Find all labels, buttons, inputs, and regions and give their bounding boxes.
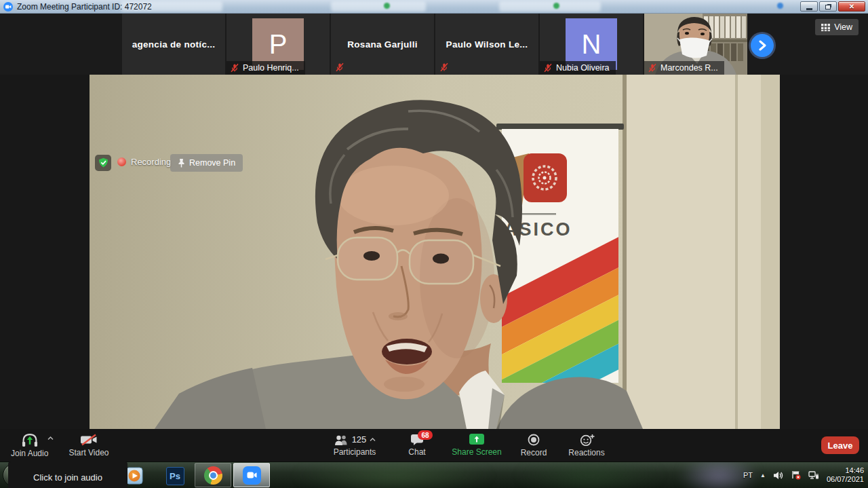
- chrome-taskbar-button[interactable]: [195, 463, 231, 487]
- join-audio-button[interactable]: Join Audio: [5, 429, 54, 462]
- remove-pin-button[interactable]: Remove Pin: [170, 154, 243, 172]
- start-video-label: Start Video: [68, 448, 108, 457]
- chat-label: Chat: [408, 447, 425, 457]
- reactions-label: Reactions: [568, 448, 604, 457]
- chat-button[interactable]: Chat 68: [387, 429, 447, 462]
- close-icon: ✕: [849, 3, 854, 10]
- clock-date: 06/07/2021: [827, 475, 864, 484]
- window-titlebar: Zoom Meeting Participant ID: 472072 ✕: [0, 0, 868, 14]
- shield-check-icon: [98, 157, 108, 168]
- recording-dot-icon: [117, 157, 126, 166]
- window-title: Zoom Meeting Participant ID: 472072: [17, 2, 152, 12]
- share-screen-label: Share Screen: [452, 447, 501, 457]
- participant-tile-paulo-henrique[interactable]: P Paulo Henriq...: [226, 14, 330, 75]
- reactions-button[interactable]: Reactions: [561, 429, 612, 462]
- chevron-up-icon[interactable]: [47, 436, 54, 440]
- clock-time: 14:46: [827, 466, 864, 475]
- record-label: Record: [521, 448, 547, 457]
- zoom-icon: [243, 466, 261, 485]
- pinned-speaker-video: ÁSICO: [90, 75, 780, 429]
- participant-name: agencia de notíc...: [122, 14, 225, 75]
- pin-icon: [178, 158, 185, 168]
- next-participants-button[interactable]: [751, 34, 774, 57]
- muted-mic-icon: [230, 63, 239, 73]
- clock[interactable]: 14:46 06/07/2021: [827, 466, 864, 484]
- chrome-icon: [204, 466, 222, 485]
- camera-off-icon: [80, 434, 98, 446]
- headphones-icon: [21, 432, 39, 447]
- close-button[interactable]: ✕: [838, 1, 865, 12]
- action-center-flag-icon[interactable]: [791, 470, 801, 480]
- volume-icon[interactable]: [773, 471, 784, 480]
- participant-tile-marcondes[interactable]: Marcondes R...: [644, 14, 747, 75]
- wallpaper-blob: [292, 462, 495, 488]
- background-dot: [384, 3, 390, 9]
- chevron-up-icon[interactable]: [370, 438, 376, 441]
- muted-mic-icon: [335, 62, 344, 72]
- participants-button[interactable]: 125 Participants: [322, 429, 387, 462]
- meeting-security-badge[interactable]: [95, 155, 111, 171]
- muted-mic-icon: [439, 62, 449, 72]
- participant-thumbnail-strip: agencia de notíc... P Paulo Henriq... Ro…: [0, 14, 868, 75]
- network-icon[interactable]: [808, 471, 819, 480]
- chat-unread-badge: 68: [418, 430, 433, 440]
- chevron-right-icon: [758, 40, 766, 51]
- recording-indicator: Recording: [117, 157, 171, 167]
- remove-pin-label: Remove Pin: [189, 158, 235, 168]
- minimize-icon: [806, 8, 812, 10]
- participants-label: Participants: [334, 447, 376, 457]
- windows-taskbar: e Ps: [0, 462, 868, 488]
- restore-icon: [825, 5, 831, 10]
- background-window-tab: [331, 1, 426, 12]
- join-audio-label: Join Audio: [11, 449, 48, 458]
- join-audio-tooltip-text: Click to join audio: [33, 472, 102, 483]
- restore-button[interactable]: [819, 1, 837, 12]
- muted-mic-icon: [543, 63, 553, 73]
- grid-icon: [821, 24, 830, 31]
- participant-name: Paulo Wilson Le...: [435, 14, 538, 75]
- main-stage: ÁSICO: [0, 75, 868, 429]
- record-button[interactable]: Record: [507, 429, 561, 462]
- share-screen-icon: [469, 434, 484, 445]
- wallpaper-blob: [515, 462, 665, 488]
- leave-button[interactable]: Leave: [821, 436, 859, 454]
- minimize-button[interactable]: [800, 1, 818, 12]
- start-video-button[interactable]: Start Video: [63, 429, 114, 462]
- view-button[interactable]: View: [815, 19, 859, 35]
- background-dot: [777, 3, 783, 9]
- record-icon: [528, 434, 540, 446]
- participants-count: 125: [352, 434, 367, 445]
- system-tray: PT ▲ 14:46 06/07/2021: [743, 462, 864, 488]
- view-button-label: View: [834, 22, 852, 32]
- zoom-app-icon: [3, 2, 13, 12]
- leave-label: Leave: [828, 440, 853, 451]
- reactions-smiley-icon: [579, 434, 595, 446]
- participant-name: Nubia Oliveira: [556, 63, 610, 73]
- background-window-tab: [499, 1, 601, 12]
- participant-name: Marcondes R...: [660, 63, 718, 73]
- participant-name: Paulo Henriq...: [243, 63, 299, 73]
- participants-icon: [334, 434, 349, 445]
- zoom-taskbar-button[interactable]: [233, 463, 270, 487]
- photoshop-ps-glyph: Ps: [166, 467, 184, 485]
- share-screen-button[interactable]: Share Screen: [447, 429, 507, 462]
- participant-tile-paulo-wilson[interactable]: Paulo Wilson Le...: [435, 14, 538, 75]
- muted-mic-icon: [648, 63, 657, 73]
- participant-tile-agencia[interactable]: agencia de notíc...: [122, 14, 225, 75]
- participant-tile-rosana[interactable]: Rosana Garjulli: [331, 14, 434, 75]
- join-audio-tooltip: Click to join audio: [8, 462, 127, 488]
- participant-tile-nubia[interactable]: N Nubia Oliveira: [540, 14, 643, 75]
- recording-label: Recording: [131, 157, 171, 167]
- hidden-icons-button[interactable]: ▲: [760, 472, 766, 478]
- participant-name: Rosana Garjulli: [331, 14, 434, 75]
- photoshop-icon[interactable]: Ps: [165, 466, 184, 485]
- language-indicator[interactable]: PT: [743, 471, 753, 479]
- meeting-toolbar: Join Audio Start Video 125: [0, 429, 868, 462]
- background-dot: [553, 3, 559, 9]
- speaker-video-scene: ÁSICO: [90, 75, 780, 429]
- media-player-icon[interactable]: [125, 466, 144, 485]
